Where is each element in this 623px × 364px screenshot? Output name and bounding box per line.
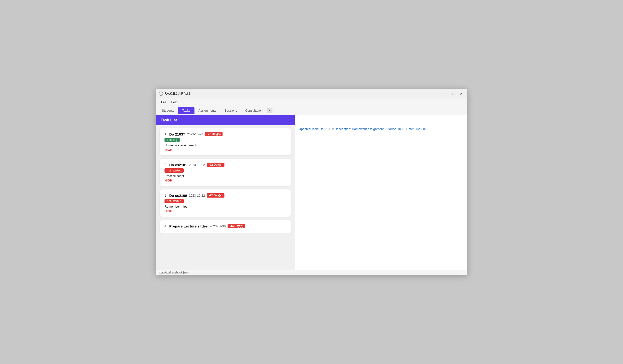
task-3-priority: HIGH [164, 209, 286, 213]
task-1-status-badge: pending [164, 138, 180, 142]
task-3-date: 2023-10-22 [189, 194, 205, 197]
minimize-button[interactable]: − [442, 91, 448, 97]
tab-consultation[interactable]: Consultation [241, 107, 267, 114]
command-input-area [295, 115, 467, 124]
title-bar: ✦ F.A.K.E.J.A.R.V.I.S. − □ ✕ [156, 89, 467, 99]
task-4-date: 2023-09-30 [210, 224, 226, 228]
window-controls: − □ ✕ [442, 91, 464, 97]
tab-students[interactable]: Students [158, 107, 178, 114]
task-3-name: Do cs2100 [169, 194, 187, 198]
maximize-button[interactable]: □ [450, 91, 456, 97]
command-input[interactable] [298, 117, 464, 122]
task-card-3[interactable]: 3. Do cs2100 2023-10-22 -22 Day(s) not_s… [160, 189, 291, 217]
output-text: Updated Task: Do 2103T; Description: Hom… [299, 127, 463, 131]
menu-file[interactable]: File [159, 99, 169, 105]
tab-bar: Students Tasks Assignments Sessions Cons… [156, 106, 467, 115]
task-2-days-badge: -22 Day(s) [207, 162, 224, 167]
status-path: \data\addressbook.json [159, 271, 188, 274]
tab-overflow-button[interactable]: ▾ [267, 108, 272, 113]
task-card-3-header: 3. Do cs2100 2023-10-22 -22 Day(s) [164, 193, 286, 198]
task-3-description: Remember mips [164, 205, 286, 208]
task-2-number: 2. [164, 163, 167, 167]
tab-sessions[interactable]: Sessions [220, 107, 241, 114]
task-4-number: 4. [164, 224, 167, 228]
output-value: Updated Task: Do 2103T; Description: Hom… [299, 127, 427, 131]
task-card-1[interactable]: 1. Do 2103T 2023-10-22 -22 Day(s) pendin… [160, 128, 291, 155]
task-3-status-badge: not_started [164, 199, 184, 203]
task-1-date: 2023-10-22 [187, 132, 203, 136]
task-3-number: 3. [164, 194, 167, 197]
menu-help[interactable]: Help [169, 99, 180, 105]
tab-assignments[interactable]: Assignments [195, 107, 220, 114]
task-card-4[interactable]: 4. Prepare Lecture slides 2023-09-30 -44… [160, 220, 291, 233]
panel-header: Task List [156, 115, 295, 125]
svg-text:✦: ✦ [160, 93, 162, 95]
task-1-days-badge: -22 Day(s) [205, 132, 222, 136]
task-1-number: 1. [164, 132, 167, 136]
tab-tasks[interactable]: Tasks [178, 107, 194, 114]
task-4-days-badge: -44 Day(s) [228, 224, 245, 228]
task-card-2[interactable]: 2. Do cs2101 2023-10-22 -22 Day(s) not_s… [160, 159, 291, 186]
logo-icon: ✦ [159, 91, 163, 96]
task-2-status-badge: not_started [164, 168, 184, 173]
task-card-4-header: 4. Prepare Lecture slides 2023-09-30 -44… [164, 224, 286, 228]
status-bar: \data\addressbook.json [156, 270, 467, 275]
task-2-name: Do cs2101 [169, 163, 187, 167]
app-logo: ✦ F.A.K.E.J.A.R.V.I.S. [159, 91, 192, 96]
task-card-2-header: 2. Do cs2101 2023-10-22 -22 Day(s) [164, 162, 286, 167]
close-button[interactable]: ✕ [459, 91, 464, 97]
task-2-date: 2023-10-22 [189, 163, 205, 167]
right-panel: Updated Task: Do 2103T; Description: Hom… [295, 115, 467, 270]
task-2-description: Practice script [164, 174, 286, 178]
task-2-priority: HIGH [164, 179, 286, 182]
task-3-days-badge: -22 Day(s) [207, 193, 224, 198]
task-1-name: Do 2103T [169, 132, 185, 136]
content-area: Task List 1. Do 2103T 2023-10-22 -22 Day… [156, 115, 467, 270]
menu-bar: File Help [156, 99, 467, 106]
task-4-name: Prepare Lecture slides [169, 224, 208, 228]
task-card-1-header: 1. Do 2103T 2023-10-22 -22 Day(s) [164, 132, 286, 136]
left-panel: Task List 1. Do 2103T 2023-10-22 -22 Day… [156, 115, 295, 270]
main-window: ✦ F.A.K.E.J.A.R.V.I.S. − □ ✕ File Help S… [156, 89, 467, 275]
task-list: 1. Do 2103T 2023-10-22 -22 Day(s) pendin… [156, 125, 295, 270]
output-divider [299, 133, 463, 133]
output-area: Updated Task: Do 2103T; Description: Hom… [295, 124, 467, 270]
task-1-description: Homework assignment [164, 143, 286, 147]
app-title: F.A.K.E.J.A.R.V.I.S. [164, 92, 192, 95]
task-1-priority: HIGH [164, 148, 286, 152]
